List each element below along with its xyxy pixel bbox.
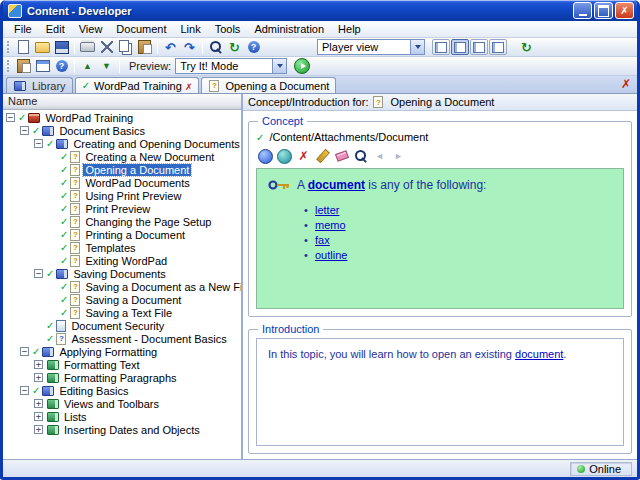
concept-content[interactable]: A document is any of the following: lett… <box>256 168 624 309</box>
help-icon[interactable] <box>245 39 262 55</box>
find-icon[interactable] <box>207 39 224 55</box>
tree-item[interactable]: WordPad Training <box>3 111 241 124</box>
menu-document[interactable]: Document <box>109 22 173 36</box>
concept-link[interactable]: memo <box>315 219 346 231</box>
tree-item-label[interactable]: Views and Toolbars <box>62 398 161 410</box>
tab-close-icon[interactable] <box>185 80 193 92</box>
tree-item[interactable]: Creating and Opening Documents <box>3 137 241 150</box>
toolbar-grip[interactable] <box>7 41 10 53</box>
tree-item[interactable]: Lists <box>3 410 241 423</box>
plus-expander-icon[interactable] <box>34 412 43 421</box>
menu-edit[interactable]: Edit <box>39 22 72 36</box>
tree-item-label[interactable]: Creating and Opening Documents <box>71 138 241 150</box>
redo-icon[interactable] <box>181 39 198 55</box>
save-icon[interactable] <box>53 39 70 55</box>
chevron-down-icon[interactable] <box>410 40 424 54</box>
tree-item[interactable]: Formatting Text <box>3 358 241 371</box>
print-icon[interactable] <box>79 39 96 55</box>
tree-item[interactable]: WordPad Documents <box>3 176 241 189</box>
tree-item[interactable]: Assessment - Document Basics <box>3 332 241 345</box>
tree-item-label[interactable]: Exiting WordPad <box>83 255 169 267</box>
pane-close-icon[interactable] <box>621 77 631 91</box>
menu-administration[interactable]: Administration <box>247 22 331 36</box>
clipboard-icon[interactable] <box>15 58 32 74</box>
tree-item-label[interactable]: Lists <box>62 411 89 423</box>
preview-icon[interactable] <box>352 148 369 164</box>
concept-link[interactable]: letter <box>315 204 339 216</box>
layout-view-3-toggle[interactable] <box>470 39 488 55</box>
tree-item-label[interactable]: Document Basics <box>57 125 147 137</box>
document-link[interactable]: document <box>308 178 365 192</box>
tree-item[interactable]: Opening a Document <box>3 163 241 176</box>
chevron-down-icon[interactable] <box>272 59 286 73</box>
tree-item-label[interactable]: Print Preview <box>83 203 152 215</box>
tree-item-label[interactable]: Saving a Document <box>83 294 183 306</box>
tree-item-label[interactable]: Using Print Preview <box>83 190 183 202</box>
new-document-icon[interactable] <box>15 39 32 55</box>
concept-link[interactable]: outline <box>315 249 347 261</box>
minus-expander-icon[interactable] <box>34 139 43 148</box>
menu-link[interactable]: Link <box>174 22 208 36</box>
sync-icon[interactable] <box>518 39 535 55</box>
tree-item[interactable]: Document Basics <box>3 124 241 137</box>
move-up-icon[interactable] <box>79 58 96 74</box>
copy-icon[interactable] <box>117 39 134 55</box>
tree-item-label[interactable]: Formatting Paragraphs <box>62 372 179 384</box>
tree-item-label[interactable]: Document Security <box>69 320 166 332</box>
tree-item[interactable]: Saving Documents <box>3 267 241 280</box>
tree-item[interactable]: Templates <box>3 241 241 254</box>
tree-item[interactable]: Saving a Document <box>3 293 241 306</box>
refresh-icon[interactable] <box>226 39 243 55</box>
tree-item[interactable]: Applying Formatting <box>3 345 241 358</box>
open-folder-icon[interactable] <box>34 39 51 55</box>
tree-item[interactable]: Exiting WordPad <box>3 254 241 267</box>
hyperlink-icon[interactable] <box>276 148 293 164</box>
document-link[interactable]: document <box>515 348 563 360</box>
layout-view-1-toggle[interactable] <box>432 39 450 55</box>
tree-item[interactable]: Document Security <box>3 319 241 332</box>
paste-icon[interactable] <box>136 39 153 55</box>
tab-library[interactable]: Library <box>6 77 73 93</box>
player-view-combo[interactable]: Player view <box>317 39 425 55</box>
tree-item[interactable]: Printing a Document <box>3 228 241 241</box>
link-icon[interactable] <box>257 148 274 164</box>
tree-item-label[interactable]: Saving a Document as a New File <box>83 281 241 293</box>
concept-link[interactable]: fax <box>315 234 330 246</box>
erase-icon[interactable] <box>333 148 350 164</box>
minus-expander-icon[interactable] <box>6 113 15 122</box>
tree-item-label[interactable]: Inserting Dates and Objects <box>62 424 202 436</box>
tree-item[interactable]: Formatting Paragraphs <box>3 371 241 384</box>
tree-item[interactable]: Print Preview <box>3 202 241 215</box>
minus-expander-icon[interactable] <box>20 347 29 356</box>
tree-item[interactable]: Editing Basics <box>3 384 241 397</box>
tree-column-header[interactable]: Name <box>3 94 241 110</box>
edit-icon[interactable] <box>314 148 331 164</box>
tree-item[interactable]: Views and Toolbars <box>3 397 241 410</box>
tab-opening-a-document[interactable]: Opening a Document <box>201 77 336 93</box>
tree-item[interactable]: Using Print Preview <box>3 189 241 202</box>
tree-item-label[interactable]: Editing Basics <box>57 385 130 397</box>
maximize-button[interactable] <box>594 2 613 19</box>
minus-expander-icon[interactable] <box>20 386 29 395</box>
cut-icon[interactable] <box>98 39 115 55</box>
introduction-content[interactable]: In this topic, you will learn how to ope… <box>256 338 624 446</box>
launch-preview-button[interactable] <box>293 58 311 74</box>
close-button[interactable] <box>615 2 634 19</box>
tree-item-label[interactable]: Assessment - Document Basics <box>69 333 228 345</box>
undo-icon[interactable] <box>162 39 179 55</box>
tree-item-label[interactable]: Templates <box>83 242 137 254</box>
tree-item-label[interactable]: Saving Documents <box>71 268 167 280</box>
layout-view-4-toggle[interactable] <box>489 39 507 55</box>
move-down-icon[interactable] <box>98 58 115 74</box>
minus-expander-icon[interactable] <box>20 126 29 135</box>
menu-tools[interactable]: Tools <box>208 22 248 36</box>
plus-expander-icon[interactable] <box>34 360 43 369</box>
tab-wordpad-training[interactable]: WordPad Training <box>75 77 200 93</box>
tree-item-label[interactable]: Creating a New Document <box>83 151 216 163</box>
plus-expander-icon[interactable] <box>34 373 43 382</box>
tree-item[interactable]: Changing the Page Setup <box>3 215 241 228</box>
menu-help[interactable]: Help <box>331 22 368 36</box>
tree-item-label[interactable]: WordPad Training <box>43 112 135 124</box>
remove-link-icon[interactable] <box>295 148 312 164</box>
tree-item[interactable]: Saving a Text File <box>3 306 241 319</box>
